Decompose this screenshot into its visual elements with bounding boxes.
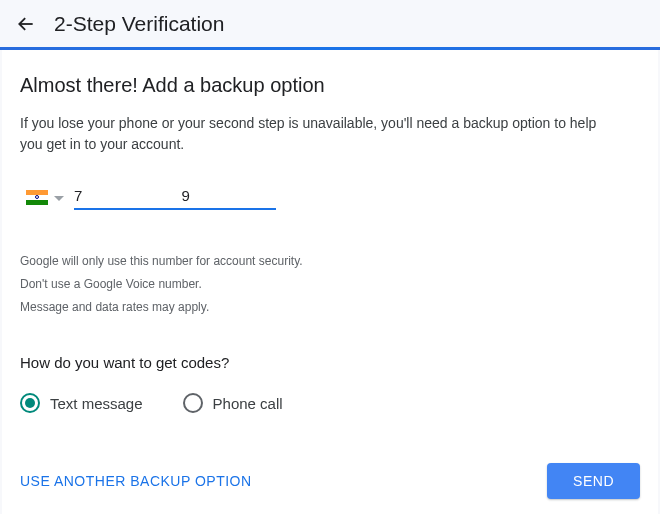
heading: Almost there! Add a backup option bbox=[20, 74, 640, 97]
radio-icon bbox=[183, 393, 203, 413]
phone-input-row bbox=[26, 183, 640, 210]
radio-icon bbox=[20, 393, 40, 413]
fineprint-line: Don't use a Google Voice number. bbox=[20, 273, 640, 296]
footer-actions: Use another backup option Send bbox=[20, 463, 640, 499]
fineprint: Google will only use this number for acc… bbox=[20, 250, 640, 318]
use-another-backup-link[interactable]: Use another backup option bbox=[20, 473, 252, 489]
chevron-down-icon bbox=[54, 188, 64, 206]
country-selector[interactable] bbox=[26, 188, 64, 210]
radio-text-message[interactable]: Text message bbox=[20, 393, 143, 413]
flag-india-icon bbox=[26, 190, 48, 205]
code-delivery-question: How do you want to get codes? bbox=[20, 354, 640, 371]
radio-group-code-delivery: Text message Phone call bbox=[20, 393, 640, 413]
fineprint-line: Message and data rates may apply. bbox=[20, 296, 640, 319]
page-header: 2-Step Verification bbox=[0, 0, 660, 50]
content-card: Almost there! Add a backup option If you… bbox=[2, 50, 658, 514]
page-title: 2-Step Verification bbox=[54, 12, 224, 36]
radio-phone-call[interactable]: Phone call bbox=[183, 393, 283, 413]
radio-label: Phone call bbox=[213, 395, 283, 412]
fineprint-line: Google will only use this number for acc… bbox=[20, 250, 640, 273]
back-arrow-icon[interactable] bbox=[14, 12, 38, 36]
phone-number-input[interactable] bbox=[74, 183, 276, 210]
description: If you lose your phone or your second st… bbox=[20, 113, 620, 155]
send-button[interactable]: Send bbox=[547, 463, 640, 499]
radio-label: Text message bbox=[50, 395, 143, 412]
